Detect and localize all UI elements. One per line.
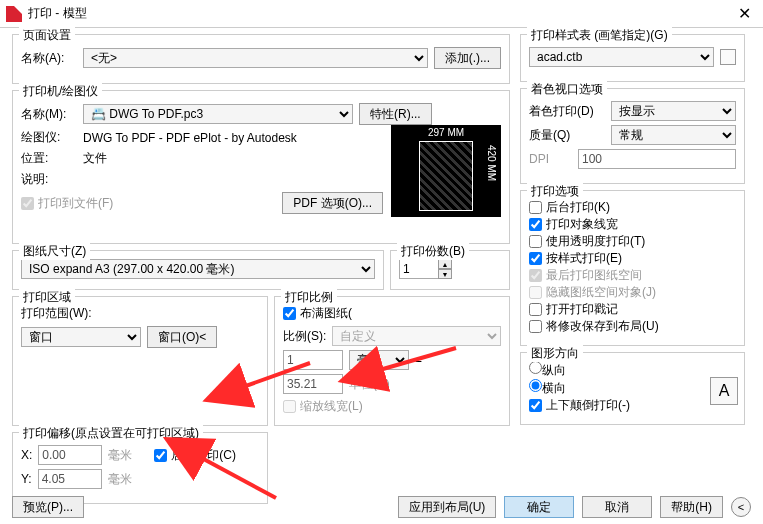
opt-background[interactable]: 后台打印(K) [529, 200, 610, 214]
equals-sign: = [415, 353, 422, 367]
desc-label: 说明: [21, 171, 77, 188]
scale-lineweights-checkbox[interactable]: 缩放线宽(L) [283, 399, 363, 413]
offset-y-unit: 毫米 [108, 471, 132, 488]
group-printer: 打印机/绘图仪 名称(M): 📇 DWG To PDF.pc3 特性(R)...… [12, 90, 510, 244]
group-scale: 打印比例 布满图纸( 比例(S): 自定义 毫米 = 单位(N) 缩放线宽(L) [274, 296, 510, 426]
opt-paperspace-last[interactable]: 最后打印图纸空间 [529, 268, 642, 282]
footer: 预览(P)... 应用到布局(U) 确定 取消 帮助(H) < [0, 496, 763, 518]
scale-ratio-label: 比例(S): [283, 328, 326, 345]
ok-button[interactable]: 确定 [504, 496, 574, 518]
center-plot-checkbox[interactable]: 居中打印(C) [154, 447, 236, 464]
page-setup-name-select[interactable]: <无> [83, 48, 428, 68]
printer-properties-button[interactable]: 特性(R)... [359, 103, 432, 125]
copies-legend: 打印份数(B) [397, 243, 469, 260]
options-legend: 打印选项 [527, 183, 583, 200]
scale-ratio-select[interactable]: 自定义 [332, 326, 501, 346]
what-to-plot-select[interactable]: 窗口 [21, 327, 141, 347]
where-value: 文件 [83, 150, 107, 167]
edit-style-icon[interactable] [720, 49, 736, 65]
offset-y-label: Y: [21, 472, 32, 486]
printer-name-label: 名称(M): [21, 106, 77, 123]
scale-legend: 打印比例 [281, 289, 337, 306]
where-label: 位置: [21, 150, 77, 167]
style-table-select[interactable]: acad.ctb [529, 47, 714, 67]
group-style-table: 打印样式表 (画笔指定)(G) acad.ctb [520, 34, 745, 82]
help-button[interactable]: 帮助(H) [660, 496, 723, 518]
offset-x-label: X: [21, 448, 32, 462]
opt-save-layout[interactable]: 将修改保存到布局(U) [529, 319, 659, 333]
orient-landscape[interactable]: 横向 [529, 381, 566, 395]
opt-plot-stamp[interactable]: 打开打印戳记 [529, 302, 618, 316]
style-table-legend: 打印样式表 (画笔指定)(G) [527, 27, 672, 44]
quality-select[interactable]: 常规 [611, 125, 736, 145]
printer-legend: 打印机/绘图仪 [19, 83, 102, 100]
opt-plot-styles[interactable]: 按样式打印(E) [529, 251, 622, 265]
offset-legend: 打印偏移(原点设置在可打印区域) [19, 425, 203, 442]
dpi-label: DPI [529, 152, 572, 166]
opt-hide-paperspace[interactable]: 隐藏图纸空间对象(J) [529, 285, 656, 299]
orient-upside-down[interactable]: 上下颠倒打印(-) [529, 398, 630, 412]
plotter-label: 绘图仪: [21, 129, 77, 146]
copies-input[interactable] [399, 259, 439, 279]
plot-area-legend: 打印区域 [19, 289, 75, 306]
group-offset: 打印偏移(原点设置在可打印区域) X: 毫米 居中打印(C) Y: 毫米 [12, 432, 268, 504]
group-copies: 打印份数(B) ▲▼ [390, 250, 510, 290]
group-shaded-viewport: 着色视口选项 着色打印(D)按显示 质量(Q)常规 DPI [520, 88, 745, 184]
paper-width-label: 297 MM [419, 127, 473, 138]
close-button[interactable]: ✕ [732, 4, 757, 23]
app-icon [6, 6, 22, 22]
window-pick-button[interactable]: 窗口(O)< [147, 326, 217, 348]
orient-portrait[interactable]: 纵向 [529, 363, 566, 377]
dpi-input[interactable] [578, 149, 736, 169]
preview-button[interactable]: 预览(P)... [12, 496, 84, 518]
shade-plot-select[interactable]: 按显示 [611, 101, 736, 121]
offset-x-unit: 毫米 [108, 447, 132, 464]
offset-y-input[interactable] [38, 469, 102, 489]
page-setup-name-label: 名称(A): [21, 50, 77, 67]
orientation-icon: A [710, 377, 738, 405]
group-orientation: 图形方向 纵向 横向 上下颠倒打印(-) A [520, 352, 745, 425]
orient-legend: 图形方向 [527, 345, 583, 362]
apply-layout-button[interactable]: 应用到布局(U) [398, 496, 497, 518]
pdf-options-button[interactable]: PDF 选项(O)... [282, 192, 383, 214]
quality-label: 质量(Q) [529, 127, 605, 144]
copies-spinner[interactable]: ▲▼ [399, 259, 501, 279]
group-plot-area: 打印区域 打印范围(W): 窗口 窗口(O)< [12, 296, 268, 426]
group-paper-size: 图纸尺寸(Z) ISO expand A3 (297.00 x 420.00 毫… [12, 250, 384, 290]
paper-height-label: 420 MM [486, 145, 497, 181]
plotter-value: DWG To PDF - PDF ePlot - by Autodesk [83, 131, 297, 145]
page-setup-legend: 页面设置 [19, 27, 75, 44]
paper-preview: 297 MM 420 MM [391, 125, 501, 217]
group-page-setup: 页面设置 名称(A): <无> 添加(.)... [12, 34, 510, 84]
titlebar: 打印 - 模型 ✕ [0, 0, 763, 28]
scale-num-input[interactable] [283, 350, 343, 370]
fit-to-paper-checkbox[interactable]: 布满图纸( [283, 306, 352, 320]
copies-up[interactable]: ▲ [438, 259, 452, 269]
add-page-setup-button[interactable]: 添加(.)... [434, 47, 501, 69]
scale-den-input[interactable] [283, 374, 343, 394]
scale-unit-label: 单位(N) [349, 376, 390, 393]
collapse-button[interactable]: < [731, 497, 751, 517]
shaded-legend: 着色视口选项 [527, 81, 607, 98]
opt-transparency[interactable]: 使用透明度打印(T) [529, 234, 645, 248]
what-to-plot-label: 打印范围(W): [21, 305, 259, 322]
plot-to-file-checkbox[interactable]: 打印到文件(F) [21, 195, 113, 212]
offset-x-input[interactable] [38, 445, 102, 465]
copies-down[interactable]: ▼ [438, 269, 452, 279]
cancel-button[interactable]: 取消 [582, 496, 652, 518]
opt-lineweights[interactable]: 打印对象线宽 [529, 217, 618, 231]
printer-name-select[interactable]: 📇 DWG To PDF.pc3 [83, 104, 353, 124]
paper-size-select[interactable]: ISO expand A3 (297.00 x 420.00 毫米) [21, 259, 375, 279]
paper-size-legend: 图纸尺寸(Z) [19, 243, 90, 260]
shade-plot-label: 着色打印(D) [529, 103, 605, 120]
window-title: 打印 - 模型 [28, 5, 87, 22]
scale-unit-select[interactable]: 毫米 [349, 350, 409, 370]
group-plot-options: 打印选项 后台打印(K) 打印对象线宽 使用透明度打印(T) 按样式打印(E) … [520, 190, 745, 346]
